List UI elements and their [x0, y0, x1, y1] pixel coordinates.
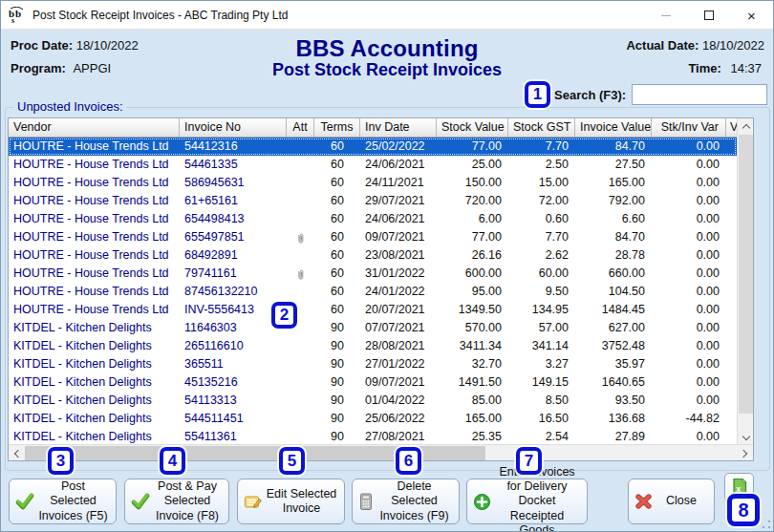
var-cut-cell	[726, 337, 737, 355]
table-row[interactable]: HOUTRE - House Trends Ltd544123166025/02…	[9, 138, 737, 156]
stock-value-cell: 32.70	[437, 355, 508, 373]
bbs-app-icon: b b s	[8, 7, 27, 24]
terms-cell: 90	[314, 337, 360, 355]
table-row[interactable]: HOUTRE - House Trends Ltd6544984136024/0…	[9, 210, 737, 228]
stock-value-cell: 150.00	[437, 174, 508, 192]
vendor-cell: KITDEL - Kitchen Delights	[9, 319, 180, 337]
vendor-cell: KITDEL - Kitchen Delights	[9, 355, 180, 373]
invoice-no-cell: 68492891	[180, 246, 287, 265]
post-selected-invoices-button[interactable]: Post Selected Invoices (F5)	[9, 479, 117, 524]
chevron-left-icon	[14, 449, 22, 457]
vertical-scrollbar[interactable]	[737, 118, 753, 446]
chevron-right-icon	[740, 449, 747, 457]
close-icon: ×	[747, 9, 756, 23]
stk-inv-var-cell: 0.00	[652, 283, 726, 301]
window-title: Post Stock Receipt Invoices - ABC Tradin…	[32, 9, 288, 22]
stock-gst-cell: 149.15	[508, 373, 575, 392]
table-row[interactable]: KITDEL - Kitchen Delights451352169009/07…	[9, 373, 737, 392]
inv-date-cell: 24/11/2021	[360, 174, 437, 192]
table-row[interactable]: KITDEL - Kitchen Delights541133139001/04…	[9, 392, 737, 410]
minimize-button[interactable]	[644, 1, 687, 30]
vendor-cell: KITDEL - Kitchen Delights	[9, 337, 180, 355]
inv-date-cell: 23/08/2021	[360, 246, 437, 265]
column-header-invoice-value[interactable]: Invoice Value	[575, 118, 652, 137]
stock-value-cell: 85.00	[437, 392, 508, 410]
invoice-value-cell: 6.60	[575, 210, 652, 228]
column-header-vendor[interactable]: Vendor	[9, 118, 180, 137]
inv-date-cell: 25/06/2022	[360, 410, 437, 428]
attachment-cell	[287, 392, 314, 410]
enter-invoices-delivery-docket-button[interactable]: Enter Invoices for Delivery Docket Recei…	[466, 479, 588, 524]
invoice-value-cell: 136.68	[575, 410, 652, 428]
table-row[interactable]: HOUTRE - House Trends Ltd79741161 6031/0…	[9, 265, 737, 283]
stock-value-cell: 25.00	[437, 156, 508, 174]
horizontal-scrollbar[interactable]	[9, 444, 753, 460]
stk-inv-var-cell: 0.00	[652, 174, 726, 192]
table-row[interactable]: HOUTRE - House Trends Ltd655497851 6009/…	[9, 228, 737, 246]
invoice-value-cell: 3752.48	[575, 337, 652, 355]
resize-grip[interactable]	[762, 520, 771, 529]
terms-cell: 60	[314, 283, 360, 301]
table-row[interactable]: KITDEL - Kitchen Delights2651166109028/0…	[9, 337, 737, 355]
table-row[interactable]: HOUTRE - House Trends Ltd544613356024/06…	[9, 156, 737, 174]
inv-date-cell: 31/01/2022	[360, 265, 437, 283]
stock-gst-cell: 9.50	[508, 283, 575, 301]
vendor-cell: HOUTRE - House Trends Ltd	[9, 210, 180, 228]
maximize-button[interactable]	[687, 1, 730, 30]
scroll-up-button[interactable]	[738, 118, 754, 135]
attachment-cell	[287, 355, 314, 373]
inv-date-cell: 28/08/2021	[360, 337, 437, 355]
search-input[interactable]	[632, 84, 767, 105]
terms-cell: 90	[314, 319, 360, 337]
vertical-scroll-thumb[interactable]	[739, 135, 753, 414]
invoice-value-cell: 165.00	[575, 174, 652, 192]
table-row[interactable]: KITDEL - Kitchen Delights5445114519025/0…	[9, 410, 737, 428]
post-pay-selected-invoice-button[interactable]: Post & Pay Selected Invoice (F8)	[124, 479, 229, 524]
table-row[interactable]: KITDEL - Kitchen Delights116463039007/07…	[9, 319, 737, 337]
invoice-value-cell: 792.00	[575, 192, 652, 210]
annotation-badge-2: 2	[271, 302, 297, 329]
delete-selected-invoices-button[interactable]: Delete Selected Invoices (F9)	[352, 479, 460, 524]
edit-note-icon	[244, 493, 263, 510]
annotation-badge-1: 1	[525, 81, 550, 108]
titlebar-close-button[interactable]: ×	[730, 1, 773, 30]
svg-text:b: b	[15, 8, 21, 19]
column-header-stock-gst[interactable]: Stock GST	[508, 118, 575, 137]
table-row[interactable]: HOUTRE - House Trends LtdINV-55564136020…	[9, 301, 737, 319]
column-header-terms[interactable]: Terms	[314, 118, 360, 137]
table-row[interactable]: HOUTRE - House Trends Ltd5869456316024/1…	[9, 174, 737, 192]
vendor-cell: HOUTRE - House Trends Ltd	[9, 192, 180, 210]
column-header-invoice-no[interactable]: Invoice No	[180, 118, 287, 137]
paperclip-icon	[295, 268, 307, 282]
table-row[interactable]: KITDEL - Kitchen Delights3655119027/01/2…	[9, 355, 737, 373]
actual-date-value: 18/10/2022	[702, 38, 764, 53]
close-button[interactable]: Close	[628, 479, 715, 524]
annotation-badge-4: 4	[160, 447, 185, 475]
table-row[interactable]: HOUTRE - House Trends Ltd684928916023/08…	[9, 246, 737, 265]
vendor-cell: HOUTRE - House Trends Ltd	[9, 265, 180, 283]
column-header-inv-date[interactable]: Inv Date	[360, 118, 437, 137]
attachment-cell	[287, 138, 314, 156]
scroll-left-button[interactable]	[9, 445, 25, 461]
stock-gst-cell: 341.14	[508, 337, 575, 355]
edit-selected-invoice-button[interactable]: Edit Selected Invoice	[237, 479, 345, 524]
table-row[interactable]: HOUTRE - House Trends Ltd61+651616029/07…	[9, 192, 737, 210]
button-label: Close	[655, 494, 708, 508]
vendor-cell: KITDEL - Kitchen Delights	[9, 392, 180, 410]
scroll-right-button[interactable]	[737, 445, 753, 461]
column-header-var-cut[interactable]: Va	[726, 118, 737, 137]
column-header-stock-value[interactable]: Stock Value	[437, 118, 508, 137]
attachment-cell	[287, 156, 314, 174]
inv-date-cell: 20/07/2021	[360, 301, 437, 319]
inv-date-cell: 24/06/2021	[360, 156, 437, 174]
inv-date-cell: 07/07/2021	[360, 319, 437, 337]
group-label: Unposted Invoices:	[13, 99, 127, 114]
column-header-stk-inv-var[interactable]: Stk/Inv Var	[652, 118, 726, 137]
stk-inv-var-cell: 0.00	[652, 210, 726, 228]
table-row[interactable]: HOUTRE - House Trends Ltd874561322106024…	[9, 283, 737, 301]
red-cross-icon	[634, 493, 653, 510]
terms-cell: 90	[314, 410, 360, 428]
column-header-att[interactable]: Att	[287, 118, 314, 137]
annotation-badge-5: 5	[279, 447, 305, 475]
terms-cell: 90	[314, 355, 360, 373]
